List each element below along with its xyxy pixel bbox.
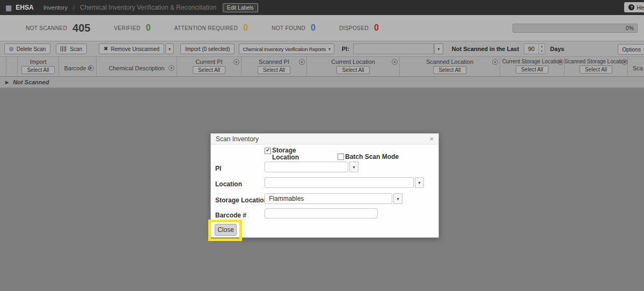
dialog-header[interactable]: Scan Inventory × <box>211 134 438 144</box>
header-scanned-storage-location[interactable]: Scanned Storage Location ▼ Select All <box>565 57 628 76</box>
close-icon[interactable]: × <box>429 135 434 142</box>
scanned-pi-filter-icon[interactable]: ▼ <box>299 59 305 65</box>
help-icon: ? <box>628 4 634 10</box>
location-field-input[interactable] <box>265 177 414 188</box>
scanned-location-select-all-button[interactable]: Select All <box>433 66 466 74</box>
header-current-storage-location-label: Current Storage Location <box>502 59 562 64</box>
delete-scan-label: Delete Scan <box>17 46 46 52</box>
header-scan-truncated-label: Sca <box>633 65 643 71</box>
days-spinner-arrows: ▴ ▾ <box>538 44 545 54</box>
current-pi-filter-icon[interactable]: ▼ <box>233 59 239 65</box>
batch-scan-mode-label: Batch Scan Mode <box>345 154 399 161</box>
stat-attention-required: ATTENTION REQUIRED 0 <box>174 23 248 33</box>
action-toolbar: ◎ Delete Scan Scan ✖ Remove Unscanned ▾ … <box>0 41 644 57</box>
options-label: Options <box>623 47 641 53</box>
edit-labels-button[interactable]: Edit Labels <box>223 3 258 12</box>
stat-verified-label: VERIFIED <box>114 25 140 31</box>
chevron-down-icon: ▾ <box>353 165 355 170</box>
reports-dropdown-button[interactable]: Chemical Inventory Verification Reports … <box>239 43 334 54</box>
reports-label: Chemical Inventory Verification Reports <box>243 46 326 52</box>
stat-verified-value: 0 <box>146 23 151 33</box>
pi-field-label: PI <box>215 165 221 172</box>
remove-icon: ✖ <box>104 46 108 52</box>
pi-field-dropdown-button[interactable]: ▾ <box>349 162 358 172</box>
current-location-filter-icon[interactable]: ▼ <box>392 59 398 65</box>
storage-location-field-label: Storage Location <box>215 197 268 204</box>
remove-unscanned-button[interactable]: ✖ Remove Unscanned <box>99 43 164 54</box>
help-button[interactable]: ? Help <box>624 2 644 12</box>
import-label: Import (0 selected) <box>185 46 230 52</box>
close-button[interactable]: Close <box>215 224 237 236</box>
barcode-icon <box>61 46 67 52</box>
scan-progress-percent: 0% <box>626 25 634 31</box>
group-expand-icon[interactable]: ▶ <box>5 80 9 85</box>
stats-bar: NOT SCANNED 405 VERIFIED 0 ATTENTION REQ… <box>0 15 644 41</box>
header-current-pi[interactable]: Current PI ▼ Select All <box>177 57 241 76</box>
page-title: Chemical Inventory Verification & Reconc… <box>80 4 216 11</box>
header-scan-truncated: Sca <box>628 57 644 76</box>
options-dropdown-button[interactable]: Options ▾ <box>618 44 644 55</box>
days-spinner: 90 ▴ ▾ <box>524 43 545 54</box>
chevron-down-icon: ▾ <box>437 47 440 52</box>
header-barcode[interactable]: Barcode # ▼ <box>59 57 97 76</box>
not-scanned-group-row[interactable]: ▶ Not Scanned <box>0 77 644 88</box>
header-scanned-pi[interactable]: Scanned PI ▼ Select All <box>241 57 307 76</box>
header-chemical-description-label: Chemical Description <box>109 65 165 71</box>
pi-field-input[interactable] <box>265 162 348 172</box>
stat-not-found-label: NOT FOUND <box>272 25 305 31</box>
stat-verified: VERIFIED 0 <box>114 23 150 33</box>
stat-not-scanned: NOT SCANNED 405 <box>26 22 90 34</box>
scan-inventory-dialog: Scan Inventory × Storage Location Requir… <box>210 133 439 238</box>
scanned-location-filter-icon[interactable]: ▼ <box>492 59 498 65</box>
group-row-label: Not Scanned <box>13 79 49 85</box>
stat-disposed-label: DISPOSED <box>339 25 369 31</box>
scanned-pi-select-all-button[interactable]: Select All <box>258 66 290 74</box>
brand-ehsa[interactable]: EHSA <box>16 4 33 11</box>
app-grid-icon[interactable]: ▦ <box>5 4 12 11</box>
current-location-select-all-button[interactable]: Select All <box>336 66 369 74</box>
chevron-down-icon: ▾ <box>328 47 331 52</box>
scanned-storage-location-select-all-button[interactable]: Select All <box>580 66 612 74</box>
header-select-column <box>6 57 18 76</box>
storage-location-field-input[interactable] <box>265 193 392 204</box>
header-scanned-pi-label: Scanned PI <box>259 59 289 65</box>
chevron-down-icon: ▾ <box>418 180 420 185</box>
scan-button[interactable]: Scan <box>56 43 87 54</box>
import-button[interactable]: Import (0 selected) <box>180 43 235 54</box>
storage-location-dropdown-button[interactable]: ▾ <box>393 193 402 204</box>
nav-inventory[interactable]: Inventory <box>43 4 68 11</box>
chemical-description-filter-icon[interactable]: ▼ <box>169 65 174 71</box>
current-storage-location-filter-icon[interactable]: ▼ <box>558 59 564 65</box>
help-label: Help <box>636 4 644 11</box>
breadcrumb-separator: / <box>73 4 75 11</box>
not-scanned-in-last-label: Not Scanned in the Last <box>452 46 519 52</box>
current-pi-select-all-button[interactable]: Select All <box>193 66 225 74</box>
scanned-storage-location-filter-icon[interactable]: ▼ <box>621 59 627 65</box>
batch-scan-mode-checkbox[interactable] <box>338 154 344 160</box>
pi-filter-dropdown-button[interactable]: ▾ <box>434 43 443 54</box>
remove-unscanned-dropdown-button[interactable]: ▾ <box>165 43 174 54</box>
header-scanned-location[interactable]: Scanned Location ▼ Select All <box>400 57 500 76</box>
import-select-all-button[interactable]: Select All <box>21 66 54 74</box>
header-current-location-label: Current Location <box>331 59 375 65</box>
delete-scan-icon: ◎ <box>9 46 14 52</box>
location-field-dropdown-button[interactable]: ▾ <box>415 177 424 188</box>
header-barcode-label: Barcode # <box>64 65 91 71</box>
header-chemical-description[interactable]: Chemical Description ▼ <box>97 57 177 76</box>
header-current-storage-location[interactable]: Current Storage Location ▼ Select All <box>500 57 565 76</box>
stat-disposed-value: 0 <box>374 23 379 33</box>
storage-location-required-checkbox[interactable] <box>265 148 271 154</box>
barcode-filter-icon[interactable]: ▼ <box>88 65 94 71</box>
stat-attention-required-value: 0 <box>243 23 248 33</box>
delete-scan-button[interactable]: ◎ Delete Scan <box>4 43 50 54</box>
header-scanned-storage-location-label: Scanned Storage Location <box>565 59 628 64</box>
dialog-title: Scan Inventory <box>216 135 259 143</box>
barcode-field-input[interactable] <box>265 208 378 219</box>
pi-filter-input[interactable] <box>353 43 434 54</box>
header-expand-column <box>0 57 6 76</box>
days-spinner-value[interactable]: 90 <box>524 44 538 54</box>
spinner-down-icon[interactable]: ▾ <box>539 49 545 54</box>
header-current-location[interactable]: Current Location ▼ Select All <box>307 57 400 76</box>
spinner-up-icon[interactable]: ▴ <box>539 44 545 49</box>
current-storage-location-select-all-button[interactable]: Select All <box>516 66 548 74</box>
